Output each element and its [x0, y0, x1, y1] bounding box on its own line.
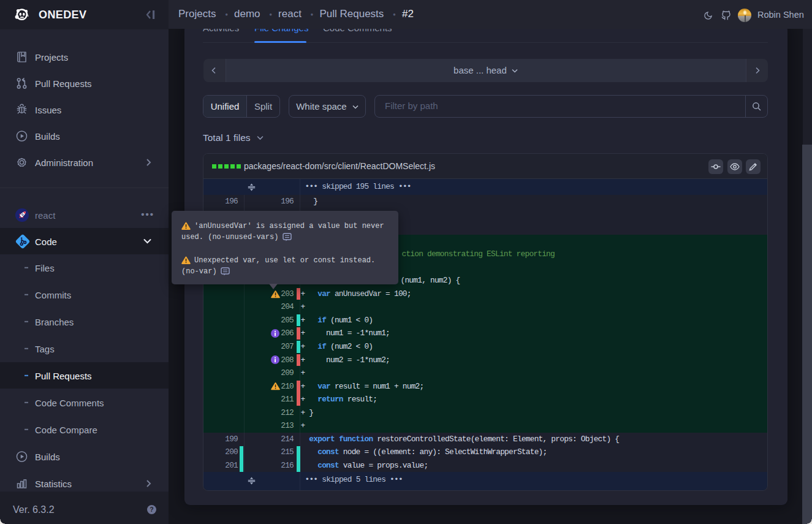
svg-text:?: ?	[150, 506, 153, 513]
